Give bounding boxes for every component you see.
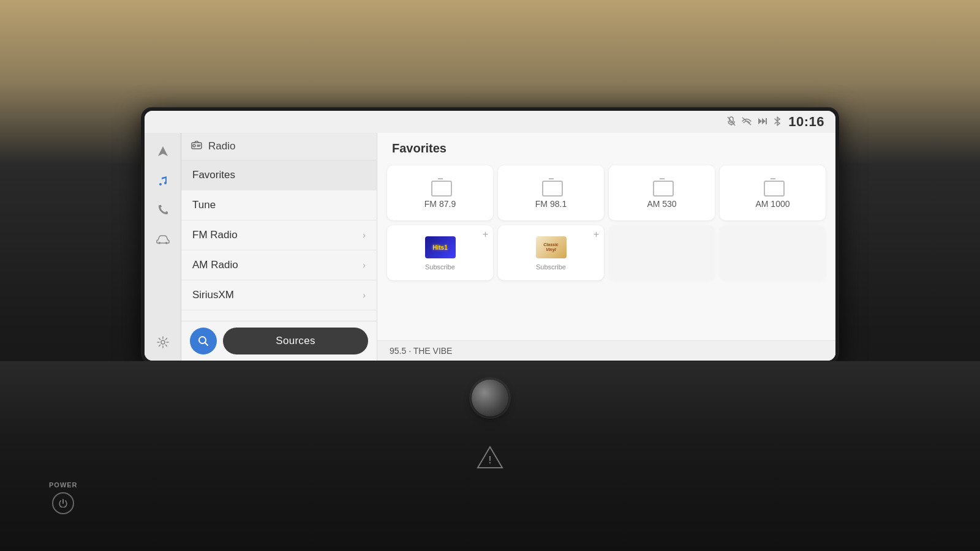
fav-label-hits1: Subscribe — [425, 263, 455, 271]
am-radio-arrow: › — [363, 260, 366, 270]
menu-item-am-radio[interactable]: AM Radio › — [181, 250, 377, 280]
time-display: 10:16 — [788, 114, 824, 130]
warning-triangle-area: ! — [477, 446, 503, 471]
icon-sidebar — [145, 133, 181, 361]
svg-point-8 — [159, 242, 160, 244]
bottom-controls: Sources — [181, 321, 377, 361]
fav-label-classic-vinyl: Subscribe — [536, 263, 566, 271]
infotainment-screen: 10:16 — [145, 111, 835, 361]
screen-bezel: 10:16 — [141, 107, 839, 364]
now-playing-bar: 95.5 · THE VIBE — [377, 340, 835, 361]
fav-tile-empty-2 — [720, 225, 826, 280]
fav-tile-am-1000[interactable]: AM 1000 — [720, 165, 826, 220]
fav-label-fm981: FM 98.1 — [535, 199, 567, 209]
svg-marker-5 — [762, 118, 766, 124]
status-icons — [727, 116, 781, 128]
fav-tile-fm-87-9[interactable]: FM 87.9 — [387, 165, 493, 220]
power-button-area: POWER — [49, 481, 78, 514]
svg-point-9 — [165, 242, 167, 244]
menu-item-favorites-label: Favorites — [192, 169, 235, 181]
menu-header: Radio — [181, 133, 377, 160]
fav-tile-fm-98-1[interactable]: FM 98.1 — [498, 165, 604, 220]
favorites-grid-row1: FM 87.9 FM 98.1 AM 530 — [377, 160, 835, 225]
radio-tile-icon-am1000 — [762, 178, 784, 197]
fav-tile-am-530[interactable]: AM 530 — [609, 165, 715, 220]
radio-header-icon — [191, 141, 202, 152]
menu-item-am-radio-label: AM Radio — [192, 259, 238, 271]
radio-tile-icon-fm879 — [429, 178, 451, 197]
fav-label-am530: AM 530 — [647, 199, 676, 209]
search-button[interactable] — [190, 328, 217, 354]
menu-item-tune[interactable]: Tune — [181, 190, 377, 220]
power-label: POWER — [49, 481, 78, 489]
menu-item-fm-radio[interactable]: FM Radio › — [181, 220, 377, 250]
fav-tile-empty-1 — [609, 225, 715, 280]
sidebar-icon-settings[interactable] — [149, 329, 176, 356]
menu-item-fm-radio-label: FM Radio — [192, 229, 238, 241]
radio-tile-icon-am530 — [651, 178, 673, 197]
favorites-grid-row2: + Hits1 Subscribe + ClassicVinyl Subscri… — [377, 225, 835, 285]
now-playing-text: 95.5 · THE VIBE — [390, 346, 452, 356]
sources-button[interactable]: Sources — [223, 328, 368, 354]
media-skip-icon — [758, 117, 767, 127]
menu-item-siriusxm[interactable]: SiriusXM › — [181, 280, 377, 310]
siriusxm-arrow: › — [363, 290, 366, 300]
sidebar-icon-music[interactable] — [149, 167, 176, 194]
fav-label-am1000: AM 1000 — [755, 199, 790, 209]
content-area: Favorites FM 87.9 FM 98.1 — [377, 133, 835, 361]
sidebar-icon-phone[interactable] — [149, 197, 176, 223]
menu-panel: Radio Favorites Tune FM Radio › — [181, 133, 377, 361]
signal-icon — [742, 117, 752, 127]
main-content: Radio Favorites Tune FM Radio › — [145, 133, 835, 361]
microphone-icon — [727, 116, 736, 128]
center-volume-knob-area — [472, 380, 508, 416]
svg-text:!: ! — [488, 455, 491, 465]
menu-item-siriusxm-label: SiriusXM — [192, 289, 234, 301]
svg-point-14 — [193, 144, 195, 147]
fav-label-fm879: FM 87.9 — [424, 199, 456, 209]
radio-tile-icon-fm981 — [540, 178, 562, 197]
menu-item-tune-label: Tune — [192, 199, 216, 211]
sidebar-icon-navigation[interactable] — [149, 138, 176, 165]
classic-vinyl-add-icon: + — [594, 229, 599, 240]
fav-tile-hits1[interactable]: + Hits1 Subscribe — [387, 225, 493, 280]
content-title: Favorites — [377, 133, 835, 160]
menu-title: Radio — [208, 140, 235, 152]
classic-vinyl-logo: ClassicVinyl — [536, 236, 567, 258]
fm-radio-arrow: › — [363, 230, 366, 240]
sidebar-icon-car[interactable] — [149, 226, 176, 253]
svg-rect-6 — [766, 118, 767, 124]
status-bar: 10:16 — [145, 111, 835, 133]
svg-marker-7 — [158, 146, 168, 156]
hits1-logo: Hits1 — [425, 236, 456, 258]
menu-item-favorites[interactable]: Favorites — [181, 160, 377, 190]
hits1-add-icon: + — [483, 229, 488, 240]
dashboard: 10:16 — [0, 0, 980, 551]
svg-marker-4 — [758, 118, 762, 124]
center-volume-knob[interactable] — [472, 380, 508, 416]
menu-items-list: Favorites Tune FM Radio › AM Radio › — [181, 160, 377, 321]
power-button[interactable] — [52, 492, 74, 514]
svg-point-10 — [161, 340, 165, 344]
svg-line-18 — [205, 343, 208, 346]
bluetooth-icon — [774, 116, 781, 128]
fav-tile-classic-vinyl[interactable]: + ClassicVinyl Subscribe — [498, 225, 604, 280]
warning-triangle-icon: ! — [477, 446, 503, 469]
